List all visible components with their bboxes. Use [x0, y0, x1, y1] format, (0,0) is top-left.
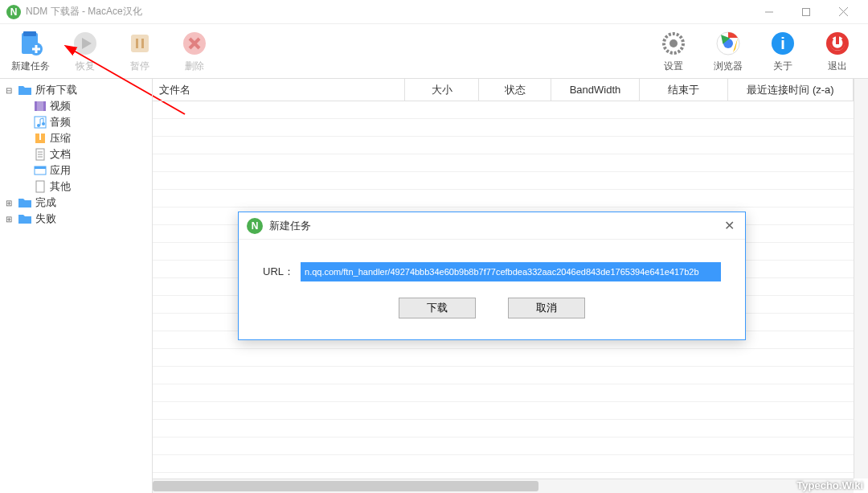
- browser-icon: [714, 29, 743, 58]
- tree-other[interactable]: 其他: [0, 179, 152, 195]
- folder-icon: [18, 84, 32, 96]
- svg-rect-26: [35, 101, 37, 111]
- dialog-close-button[interactable]: ✕: [721, 218, 737, 234]
- maximize-button[interactable]: [788, 0, 825, 24]
- tree-label: 所有下载: [35, 83, 77, 97]
- svg-rect-27: [43, 101, 46, 111]
- column-filename[interactable]: 文件名: [153, 79, 405, 101]
- column-status[interactable]: 状态: [479, 79, 551, 101]
- main-toolbar: 新建任务恢复暂停删除 设置浏览器i关于退出: [0, 24, 868, 79]
- resume-button[interactable]: 恢复: [64, 29, 106, 73]
- app-icon: N: [6, 5, 21, 19]
- folder-icon: [18, 213, 32, 224]
- list-row: [153, 455, 854, 473]
- svg-point-29: [37, 124, 40, 127]
- dialog-titlebar: N 新建任务 ✕: [239, 212, 745, 240]
- column-bandwidth[interactable]: BandWidth: [551, 79, 640, 101]
- app-icon: [34, 164, 47, 177]
- delete-icon: [180, 29, 209, 58]
- list-row: [153, 154, 854, 172]
- window-title: NDM 下载器 - MacAce汉化: [26, 5, 142, 18]
- list-row: [153, 367, 854, 384]
- list-row: [153, 101, 854, 119]
- list-row: [153, 137, 854, 154]
- pause-icon: [125, 29, 154, 58]
- list-row: [153, 190, 854, 207]
- document-icon: [34, 148, 47, 161]
- vertical-scrollbar[interactable]: [854, 79, 868, 479]
- list-row: [153, 420, 854, 438]
- svg-rect-39: [36, 181, 44, 192]
- new-task-button[interactable]: 新建任务: [10, 29, 51, 73]
- svg-rect-11: [136, 39, 138, 48]
- tree-label: 完成: [35, 195, 56, 210]
- list-row: [153, 402, 854, 420]
- settings-button[interactable]: 设置: [653, 29, 694, 73]
- tree-failed[interactable]: ⊞ 失败: [0, 211, 152, 227]
- dialog-title: 新建任务: [269, 219, 311, 233]
- column-ended[interactable]: 结束于: [640, 79, 728, 101]
- download-button[interactable]: 下载: [399, 298, 476, 318]
- list-row: [153, 119, 854, 137]
- tree-label: 应用: [50, 163, 71, 178]
- settings-icon: [659, 29, 688, 58]
- archive-icon: [34, 132, 47, 145]
- svg-rect-23: [836, 35, 839, 44]
- browser-button[interactable]: 浏览器: [707, 29, 749, 73]
- exit-button[interactable]: 退出: [817, 29, 858, 73]
- scrollbar-thumb[interactable]: [153, 481, 538, 491]
- cancel-button[interactable]: 取消: [508, 298, 585, 318]
- tree-label: 其他: [50, 179, 71, 194]
- list-header: 文件名大小状态BandWidth结束于最近连接时间 (z-a): [153, 79, 868, 101]
- list-row: [153, 384, 854, 402]
- tree-finished[interactable]: ⊞ 完成: [0, 195, 152, 211]
- resume-icon: [71, 29, 100, 58]
- tree-label: 视频: [50, 99, 71, 113]
- close-button[interactable]: [825, 0, 862, 24]
- other-icon: [34, 180, 47, 193]
- list-row: [153, 438, 854, 455]
- svg-rect-32: [39, 134, 41, 140]
- svg-rect-38: [35, 166, 46, 169]
- collapse-icon[interactable]: ⊟: [3, 86, 14, 95]
- url-label: URL：: [263, 265, 294, 279]
- svg-text:i: i: [780, 35, 785, 52]
- tree-archive[interactable]: 压缩: [0, 130, 152, 146]
- tree-label: 失败: [35, 212, 56, 226]
- about-button[interactable]: i关于: [762, 29, 804, 73]
- folder-icon: [18, 197, 32, 208]
- minimize-button[interactable]: [751, 0, 788, 24]
- list-row: [153, 172, 854, 190]
- audio-icon: [34, 116, 47, 129]
- list-row: [153, 349, 854, 367]
- expand-icon[interactable]: ⊞: [3, 199, 14, 207]
- new-task-dialog: N 新建任务 ✕ URL： 下载 取消: [238, 212, 746, 340]
- tree-label: 文档: [50, 147, 71, 162]
- tree-video[interactable]: 视频: [0, 98, 152, 114]
- tree-audio[interactable]: 音频: [0, 114, 152, 130]
- window-titlebar: N NDM 下载器 - MacAce汉化: [0, 0, 868, 24]
- expand-icon[interactable]: ⊞: [3, 215, 14, 224]
- delete-button[interactable]: 删除: [174, 29, 215, 73]
- svg-rect-1: [803, 8, 810, 15]
- category-sidebar: ⊟ 所有下载 视频音频压缩文档应用其他 ⊞ 完成 ⊞ 失败: [0, 79, 153, 493]
- watermark: Typecho.Wiki: [796, 479, 863, 491]
- dialog-app-icon: N: [247, 218, 263, 234]
- about-icon: i: [768, 29, 797, 58]
- tree-all-downloads[interactable]: ⊟ 所有下载: [0, 82, 152, 98]
- tree-document[interactable]: 文档: [0, 146, 152, 162]
- svg-rect-5: [23, 31, 36, 36]
- tree-label: 音频: [50, 115, 71, 129]
- tree-app[interactable]: 应用: [0, 162, 152, 179]
- tree-label: 压缩: [50, 131, 71, 146]
- column-size[interactable]: 大小: [405, 79, 479, 101]
- url-input[interactable]: [301, 262, 721, 281]
- video-icon: [34, 100, 47, 113]
- pause-button[interactable]: 暂停: [119, 29, 161, 73]
- svg-point-17: [669, 39, 678, 47]
- svg-rect-12: [141, 39, 144, 48]
- horizontal-scrollbar[interactable]: [153, 479, 854, 493]
- column-lastconnect[interactable]: 最近连接时间 (z-a): [728, 79, 854, 101]
- svg-rect-10: [131, 35, 149, 52]
- new-task-icon: [16, 29, 45, 58]
